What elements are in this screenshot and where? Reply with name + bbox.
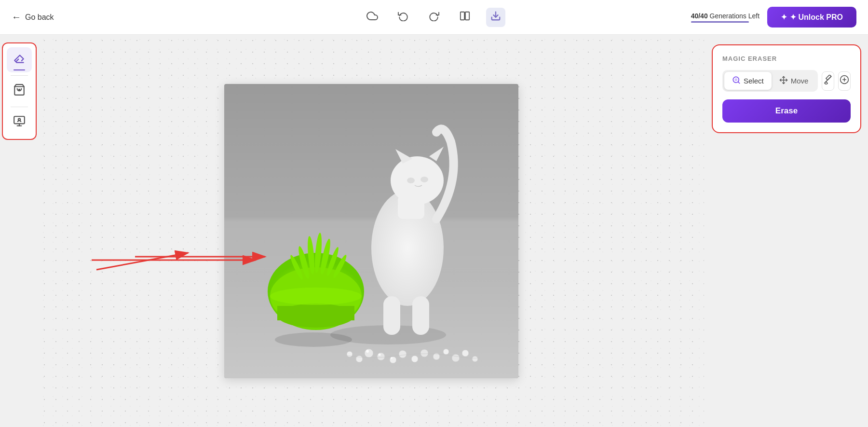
undo-button[interactable] xyxy=(393,8,413,27)
undo-icon xyxy=(398,11,408,24)
download-button[interactable] xyxy=(486,8,505,27)
select-icon xyxy=(732,76,741,86)
svg-rect-33 xyxy=(383,296,400,335)
left-sidebar xyxy=(0,35,39,427)
svg-line-11 xyxy=(96,253,188,270)
select-tool-button[interactable]: Select xyxy=(724,72,772,90)
svg-point-52 xyxy=(391,357,393,359)
go-back-label: Go back xyxy=(25,13,54,22)
svg-point-51 xyxy=(379,353,381,356)
sidebar-divider xyxy=(11,75,28,76)
unlock-pro-label: ✦ Unlock PRO xyxy=(790,13,843,22)
svg-point-49 xyxy=(472,356,478,362)
erase-button[interactable]: Erase xyxy=(722,99,851,123)
svg-point-35 xyxy=(407,178,415,183)
svg-point-50 xyxy=(366,350,369,353)
cloud-button[interactable] xyxy=(363,8,382,27)
unlock-pro-button[interactable]: ✦ ✦ Unlock PRO xyxy=(767,7,856,28)
screen-icon xyxy=(13,115,26,130)
select-move-group: Select M xyxy=(722,70,818,92)
active-indicator xyxy=(14,69,25,70)
svg-point-38 xyxy=(377,353,385,360)
header-center-controls xyxy=(363,8,505,27)
move-tool-button[interactable]: Move xyxy=(772,72,816,90)
select-label: Select xyxy=(744,77,764,85)
generations-fill xyxy=(691,21,749,23)
sidebar-eraser-button[interactable] xyxy=(7,47,32,72)
svg-point-37 xyxy=(365,349,373,358)
generations-count: 40/40 xyxy=(691,12,708,20)
sidebar-panel xyxy=(2,42,37,140)
generations-text: 40/40 Generations Left xyxy=(691,12,760,20)
go-back-button[interactable]: ← Go back xyxy=(12,12,54,23)
svg-rect-5 xyxy=(14,116,25,124)
svg-point-47 xyxy=(452,354,460,362)
right-panel: MAGIC ERASER Select xyxy=(704,35,868,427)
header: ← Go back xyxy=(0,0,868,35)
magic-eraser-title: MAGIC ERASER xyxy=(722,55,851,62)
eraser-icon xyxy=(13,52,26,68)
svg-point-42 xyxy=(420,349,428,357)
move-label: Move xyxy=(791,77,809,85)
svg-rect-19 xyxy=(277,306,354,320)
sidebar-bag-button[interactable] xyxy=(7,79,32,104)
sidebar-screen-button[interactable] xyxy=(7,110,32,135)
sidebar-divider-2 xyxy=(11,107,28,107)
svg-rect-1 xyxy=(465,12,469,20)
unlock-star-icon: ✦ xyxy=(781,13,787,22)
download-icon xyxy=(490,11,501,24)
svg-point-4 xyxy=(19,89,20,90)
move-icon xyxy=(779,76,788,86)
header-right: 40/40 Generations Left ✦ ✦ Unlock PRO xyxy=(691,7,856,28)
add-circle-icon xyxy=(840,75,849,87)
svg-point-15 xyxy=(275,332,352,347)
redo-button[interactable] xyxy=(424,8,444,27)
add-circle-button[interactable] xyxy=(838,71,851,91)
bag-icon xyxy=(13,83,26,99)
compare-icon xyxy=(460,11,470,24)
svg-point-57 xyxy=(735,79,737,81)
cloud-icon xyxy=(366,10,378,24)
svg-point-40 xyxy=(399,350,407,358)
back-arrow-icon: ← xyxy=(12,12,21,23)
svg-rect-30 xyxy=(398,195,424,219)
generations-counter: 40/40 Generations Left xyxy=(691,12,760,23)
red-arrow-annotation xyxy=(92,250,270,279)
eraser-diamond-icon xyxy=(823,75,833,87)
canvas-area[interactable] xyxy=(39,35,704,427)
image-canvas[interactable] xyxy=(224,84,518,378)
tool-row: Select M xyxy=(722,70,851,92)
generations-bar xyxy=(691,21,749,23)
svg-point-46 xyxy=(443,349,449,355)
svg-point-43 xyxy=(356,356,363,362)
eraser-tool-button[interactable] xyxy=(822,71,834,91)
magic-eraser-card: MAGIC ERASER Select xyxy=(712,44,861,133)
svg-point-20 xyxy=(270,288,362,305)
compare-button[interactable] xyxy=(455,8,475,27)
svg-rect-34 xyxy=(412,296,429,335)
svg-point-36 xyxy=(420,177,428,182)
main-content: MAGIC ERASER Select xyxy=(0,35,868,427)
svg-point-48 xyxy=(462,350,469,357)
svg-rect-0 xyxy=(461,12,464,20)
svg-point-41 xyxy=(411,356,418,362)
svg-point-39 xyxy=(390,357,396,363)
redo-icon xyxy=(429,11,439,24)
